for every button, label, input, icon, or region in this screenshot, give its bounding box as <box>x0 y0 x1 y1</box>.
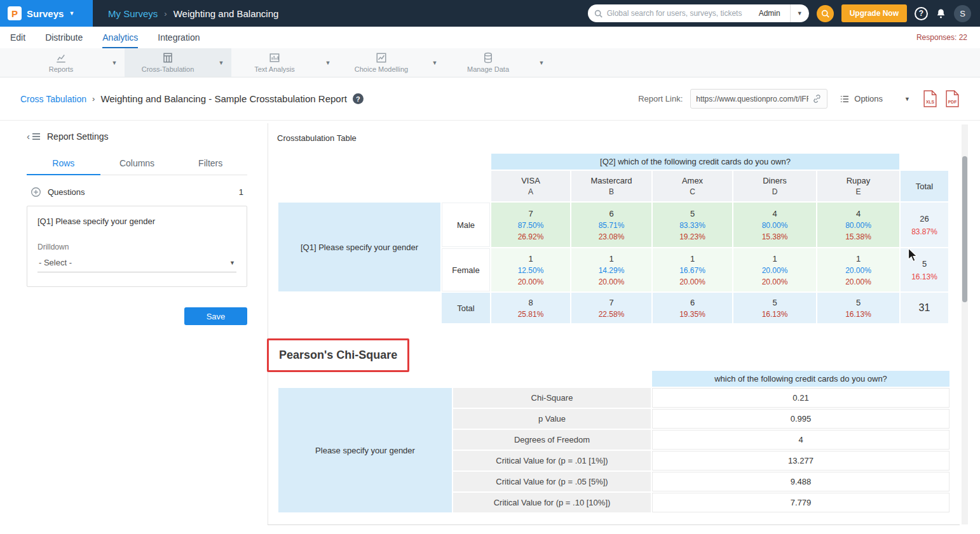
add-question-icon[interactable] <box>31 187 41 197</box>
product-switcher[interactable]: P Surveys ▼ <box>0 0 93 27</box>
chi-stat-label: Critical Value for (p = .01 [1%]) <box>453 451 651 471</box>
ribbon-item-manage-data[interactable]: Manage Data <box>445 48 531 77</box>
crosstab-empty-cell <box>278 293 440 323</box>
upgrade-now-button[interactable]: Upgrade Now <box>841 4 907 22</box>
help-icon[interactable]: ? <box>353 93 364 104</box>
chi-stat-value: 0.995 <box>652 409 949 429</box>
chi-stat-label: Chi-Square <box>453 388 651 408</box>
options-button[interactable]: Options ▼ <box>835 90 915 107</box>
chi-stat-label: Degrees of Freedom <box>453 430 651 450</box>
tab-distribute[interactable]: Distribute <box>45 27 83 48</box>
crosstab-col-header-amex: AmexC <box>653 171 732 201</box>
reports-dropdown[interactable]: ▼ <box>104 48 125 77</box>
report-url-input[interactable] <box>696 95 808 103</box>
product-name: Surveys <box>27 8 64 19</box>
link-icon[interactable] <box>812 94 822 103</box>
ribbon-item-text-analysis[interactable]: Text Analysis <box>231 48 318 77</box>
cross-tabulation-dropdown[interactable]: ▼ <box>211 48 231 77</box>
crosstab-col-header-mastercard: MastercardB <box>571 171 651 201</box>
list-icon <box>32 133 41 140</box>
report-settings-panel: ‹ Report Settings Rows Columns Filters Q… <box>27 131 247 325</box>
settings-header: ‹ Report Settings <box>27 131 247 142</box>
drilldown-label: Drilldown <box>37 243 236 251</box>
crosstab-total-cell: 516.13% <box>733 293 816 323</box>
chi-stat-label: Critical Value for (p = .10 [10%]) <box>453 493 651 512</box>
global-search: Admin ▼ <box>588 4 809 22</box>
chi-stat-value: 9.488 <box>652 472 949 491</box>
svg-text:XLS: XLS <box>926 100 935 104</box>
crosstab-row-question-header: [Q1] Please specify your gender <box>278 203 440 291</box>
ribbon-item-cross-tabulation[interactable]: Cross-Tabulation <box>125 48 211 77</box>
crosstab-empty-cell <box>901 154 948 170</box>
tab-analytics[interactable]: Analytics <box>102 27 138 48</box>
report-link-field <box>690 89 827 109</box>
save-button[interactable]: Save <box>184 307 247 325</box>
collapse-panel-button[interactable]: ‹ <box>27 131 41 142</box>
report-title: Weighting and Balancing - Sample Crossta… <box>100 93 346 104</box>
crosstab-cell: 116.67%20.00% <box>653 248 732 291</box>
question-text: [Q1] Please specify your gender <box>37 217 236 226</box>
chevron-down-icon: ▼ <box>904 96 910 102</box>
chevron-down-icon: ▼ <box>219 60 224 66</box>
notifications-bell-icon[interactable] <box>936 8 946 19</box>
questions-count: 1 <box>239 187 243 197</box>
ribbon-group-choice-modelling: Choice Modelling ▼ <box>338 48 445 77</box>
list-icon <box>840 95 849 103</box>
ribbon-group-text-analysis: Text Analysis ▼ <box>231 48 338 77</box>
ribbon-item-reports[interactable]: Reports <box>18 48 104 77</box>
export-xls-button[interactable]: XLS <box>923 90 937 107</box>
tab-integration[interactable]: Integration <box>158 27 200 48</box>
chevron-down-icon: ▼ <box>539 60 545 66</box>
chevron-down-icon: ▼ <box>112 60 118 66</box>
report-actions: Report Link: Options ▼ XLS PDF <box>638 89 960 109</box>
choice-modelling-dropdown[interactable]: ▼ <box>425 48 445 77</box>
scrollbar-thumb[interactable] <box>962 156 967 302</box>
trend-chart-icon <box>376 52 387 63</box>
ribbon-item-choice-modelling[interactable]: Choice Modelling <box>338 48 425 77</box>
crosstab-cell: 114.29%20.00% <box>571 248 651 291</box>
drilldown-selected-value: - Select - <box>39 258 72 267</box>
crosstab-row-total-female: 516.13% <box>901 248 948 291</box>
ribbon-label: Text Analysis <box>254 65 295 73</box>
breadcrumb-separator-icon: › <box>92 94 95 103</box>
manage-data-dropdown[interactable]: ▼ <box>531 48 552 77</box>
crosstab-cell: 685.71%23.08% <box>571 203 651 247</box>
settings-title: Report Settings <box>47 131 109 142</box>
chi-stat-label: Critical Value for (p = .05 [5%]) <box>453 472 651 491</box>
crosstab-cell: 120.00%20.00% <box>733 248 816 291</box>
global-search-input[interactable] <box>607 9 754 18</box>
tab-rows[interactable]: Rows <box>27 152 100 175</box>
report-link-label: Report Link: <box>638 94 683 103</box>
crosstab-row-total-male: 2683.87% <box>901 203 948 247</box>
help-button[interactable]: ? <box>915 7 928 20</box>
panel-divider <box>268 123 268 524</box>
crosstab-cell: 120.00%20.00% <box>817 248 899 291</box>
vertical-scrollbar[interactable] <box>962 124 968 524</box>
drilldown-select[interactable]: - Select - ▼ <box>37 251 236 272</box>
export-pdf-button[interactable]: PDF <box>945 90 960 107</box>
breadcrumb-my-surveys[interactable]: My Surveys <box>108 8 158 19</box>
text-analysis-dropdown[interactable]: ▼ <box>318 48 338 77</box>
line-chart-icon <box>55 52 67 63</box>
search-scope-dropdown[interactable]: ▼ <box>790 4 809 22</box>
search-submit-button[interactable] <box>817 5 834 22</box>
ribbon-label: Cross-Tabulation <box>142 65 194 73</box>
user-avatar[interactable]: S <box>954 5 971 22</box>
tab-columns[interactable]: Columns <box>100 152 174 175</box>
chi-stat-value: 7.779 <box>652 493 949 512</box>
crosstab-total-cell: 722.58% <box>571 293 651 323</box>
ribbon-group-cross-tabulation: Cross-Tabulation ▼ <box>125 48 231 77</box>
chi-stat-value: 13.277 <box>652 451 949 471</box>
crosstab-row-label-male: Male <box>442 203 490 247</box>
tab-filters[interactable]: Filters <box>174 152 247 175</box>
settings-tabs: Rows Columns Filters <box>27 152 247 175</box>
responses-count: Responses: 22 <box>916 33 970 42</box>
question-card: [Q1] Please specify your gender Drilldow… <box>27 206 247 287</box>
svg-text:PDF: PDF <box>948 100 957 104</box>
crosstab-col-header-visa: VISAA <box>491 171 570 201</box>
chi-row-header: Please specify your gender <box>278 388 452 512</box>
tab-edit[interactable]: Edit <box>10 27 25 48</box>
breadcrumb: My Surveys › Weighting and Balancing <box>108 8 278 19</box>
search-icon <box>821 10 829 18</box>
cross-tabulation-link[interactable]: Cross Tabulation <box>20 94 86 104</box>
